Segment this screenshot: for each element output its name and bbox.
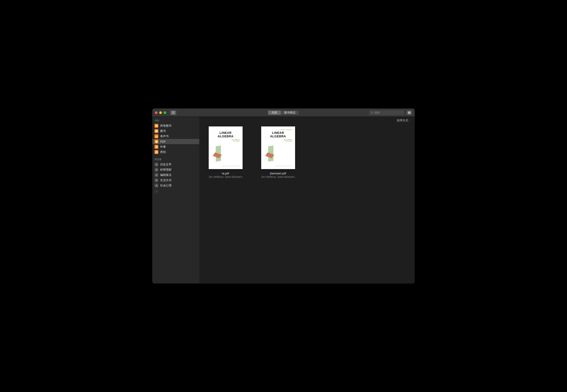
tab-bookstore[interactable]: 图书商店 [281,111,299,115]
traffic-lights [155,111,166,114]
sidebar-item-categories[interactable]: 类别 [152,149,199,155]
category-icon [154,150,158,154]
sidebar-item-pdf[interactable]: PDF [152,139,199,144]
book-item: Answers to exercises LINEAR ALGEBRA Jim … [258,126,298,179]
headphones-icon [154,134,158,138]
sidebar-heading-collections: 精选集 [152,157,199,162]
svg-rect-20 [155,170,157,170]
svg-rect-19 [155,169,157,169]
search-input[interactable] [374,111,402,114]
sidebar-item-all-books[interactable]: 所有图书 [152,123,199,128]
cover-footer: http://joshua.smcvt.edu/linearalgebra [264,165,292,167]
cover-author: Jim Hefferon [264,139,292,140]
svg-rect-24 [155,175,157,176]
book-cover[interactable]: Answers to exercises LINEAR ALGEBRA Jim … [261,126,295,169]
svg-rect-1 [171,112,175,113]
content-area: 排序方式 ﹀ LINEAR ALGEBRA Jim Hefferon Third… [199,117,415,283]
sidebar-heading-library: 书库 [152,118,199,123]
add-collection-button[interactable]: + [154,189,158,193]
list-icon [171,111,175,114]
app-window: 书库 图书商店 书库 所有图书 图书 [152,109,415,283]
svg-point-10 [155,146,156,147]
svg-rect-15 [157,152,157,153]
svg-rect-7 [156,125,157,126]
view-segmented-control: 书库 图书商店 [268,110,299,115]
book-item: LINEAR ALGEBRA Jim Hefferon Third editio… [206,126,245,179]
book-author: Jim Hefferon, Saint Michael's [261,175,295,179]
book-cover[interactable]: LINEAR ALGEBRA Jim Hefferon Third editio… [209,126,243,169]
sidebar-item-label: 生活方式 [160,178,171,182]
cover-author: Jim Hefferon [211,139,240,140]
sidebar-item-label: 作者 [160,145,166,149]
sidebar-item-label: 图书 [160,129,166,133]
svg-rect-2 [171,113,175,114]
person-icon [154,145,158,149]
cover-title: LINEAR ALGEBRA [264,131,292,138]
search-box[interactable] [369,110,404,115]
svg-rect-9 [155,140,157,142]
sidebar-item-label: 社会心理 [160,183,171,187]
book-filename: jhanswer.pdf [270,172,286,175]
book-filename: la.pdf [222,172,229,175]
cover-footer: http://joshua.smcvt.edu/linearalgebra [211,165,240,167]
fullscreen-window-button[interactable] [164,111,166,114]
book-author: Jim Hefferon, Saint Michael's [209,175,243,179]
svg-rect-22 [155,174,157,175]
svg-rect-27 [155,181,157,181]
collection-icon [154,168,158,172]
sidebar-item-audiobooks[interactable]: 有声书 [152,134,199,139]
sidebar-item-books[interactable]: 图书 [152,128,199,134]
cover-title: LINEAR ALGEBRA [211,131,240,138]
collection-icon [154,163,158,167]
svg-rect-17 [155,165,157,165]
sidebar-collection-item[interactable]: 编程算法 [152,172,199,178]
sidebar-item-authors[interactable]: 作者 [152,144,199,149]
minimize-window-button[interactable] [159,111,162,114]
sidebar-toggle-button[interactable] [170,110,176,115]
sidebar-item-label: 历史文学 [160,163,171,167]
svg-point-3 [371,112,373,113]
collection-icon [154,173,158,177]
sidebar-collection-item[interactable]: 生活方式 [152,178,199,183]
sidebar-collection-item[interactable]: 历史文学 [152,162,199,167]
book-grid: LINEAR ALGEBRA Jim Hefferon Third editio… [199,124,415,181]
svg-rect-30 [155,186,157,186]
sort-button[interactable]: 排序方式 ﹀ [397,119,411,123]
svg-rect-21 [155,170,157,170]
books-icon [154,124,158,128]
svg-line-4 [373,113,373,113]
sidebar-collection-item[interactable]: 经管理财 [152,167,199,172]
tab-library[interactable]: 书库 [268,111,281,115]
collection-icon [154,178,158,182]
svg-rect-12 [155,151,156,152]
cover-subtitle [211,129,240,131]
sidebar-item-label: PDF [160,140,166,143]
svg-point-11 [156,146,157,147]
sidebar-item-label: 有声书 [160,134,169,138]
search-icon [371,111,373,114]
sidebar-item-label: 类别 [160,150,166,154]
svg-rect-14 [155,152,156,153]
close-window-button[interactable] [155,111,157,114]
sidebar-item-label: 经管理财 [160,168,171,172]
chevron-down-icon: ﹀ [409,119,411,122]
plus-icon: + [155,190,157,193]
titlebar-right [369,110,412,115]
sort-label: 排序方式 [397,119,408,123]
cover-subtitle: Answers to exercises [264,129,292,131]
window-body: 书库 所有图书 图书 有声书 PDF 作者 [152,117,415,283]
sidebar-collection-item[interactable]: 社会心理 [152,183,199,188]
downloads-button[interactable] [406,110,412,115]
svg-rect-23 [155,175,157,175]
cover-graphic [211,142,240,165]
book-icon [154,129,158,133]
sidebar: 书库 所有图书 图书 有声书 PDF 作者 [152,117,199,283]
svg-rect-16 [155,164,157,164]
cover-graphic [264,142,292,165]
svg-rect-29 [155,185,157,186]
svg-rect-8 [157,125,157,126]
svg-rect-26 [155,180,157,181]
svg-rect-6 [155,125,156,126]
svg-rect-0 [171,111,175,112]
titlebar: 书库 图书商店 [152,109,415,117]
